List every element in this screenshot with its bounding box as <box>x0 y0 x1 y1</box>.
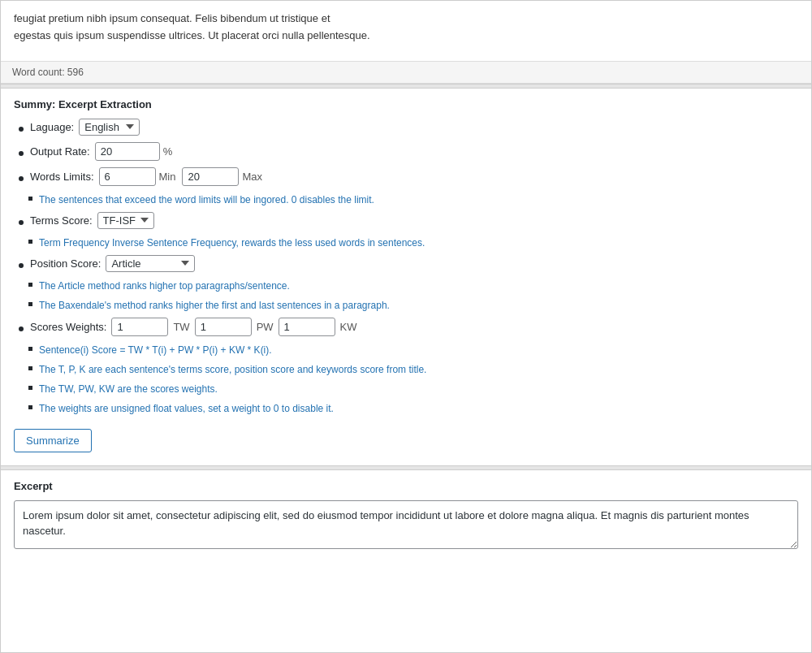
bullet-score-info1 <box>28 366 32 370</box>
score-info3-row: The weights are unsigned float values, s… <box>14 401 798 416</box>
terms-score-select[interactable]: TF-ISF TF-IDF None <box>97 212 154 229</box>
words-limits-info-row: The sentences that exceed the word limit… <box>14 192 798 207</box>
bullet-terms-info <box>28 240 32 244</box>
scores-weights-kw-input[interactable] <box>279 318 335 336</box>
bullet-terms-score <box>19 220 24 225</box>
language-label: Laguage: <box>30 121 74 133</box>
terms-score-label: Terms Score: <box>30 214 93 227</box>
bullet-score-info3 <box>28 405 32 409</box>
position-score-label: Position Score: <box>30 257 101 270</box>
bullet-words-limits <box>19 176 24 181</box>
excerpt-textarea[interactable]: Lorem ipsum dolor sit amet, consectetur … <box>14 500 798 549</box>
score-info3: The weights are unsigned float values, s… <box>39 401 334 416</box>
score-formula: Sentence(i) Score = TW * T(i) + PW * P(i… <box>39 343 272 357</box>
summy-section: Summy: Excerpt Extraction Laguage: Engli… <box>1 89 811 465</box>
tw-label: TW <box>173 321 189 333</box>
word-count-label: Word count: 596 <box>12 67 84 78</box>
scores-weights-pw-input[interactable] <box>195 318 252 336</box>
kw-label: KW <box>340 321 357 333</box>
words-limits-min-label: Min <box>159 171 176 183</box>
words-limits-min-input[interactable] <box>99 167 156 186</box>
scores-weights-label: Scores Weights: <box>30 321 106 333</box>
position-score-info1-row: The Article method ranks higher top para… <box>14 279 798 293</box>
bullet-language <box>19 127 24 132</box>
score-info2-row: The TW, PW, KW are the scores weights. <box>14 382 798 396</box>
bullet-position-info2 <box>28 302 32 306</box>
excerpt-title: Excerpt <box>14 480 798 492</box>
terms-score-info: Term Frequency Inverse Sentence Frequenc… <box>39 236 425 250</box>
language-row: Laguage: English French Spanish German <box>14 119 798 136</box>
bullet-position-info1 <box>28 283 32 287</box>
words-limits-max-input[interactable] <box>182 167 239 186</box>
words-limits-max-label: Max <box>242 171 262 183</box>
top-text-section: feugiat pretium nibh ipsum consequat. Fe… <box>1 1 811 61</box>
score-info1-row: The T, P, K are each sentence's terms sc… <box>14 362 798 377</box>
pw-label: PW <box>257 321 274 333</box>
bullet-scores-weights <box>19 326 24 331</box>
score-info2: The TW, PW, KW are the scores weights. <box>39 382 218 396</box>
bullet-score-formula <box>28 347 32 351</box>
terms-score-info-row: Term Frequency Inverse Sentence Frequenc… <box>14 236 798 250</box>
summy-title: Summy: Excerpt Extraction <box>14 98 798 110</box>
word-count-bar: Word count: 596 <box>1 61 811 84</box>
position-score-select[interactable]: Article Baxendale None <box>106 255 195 272</box>
words-limits-row: Words Limits: Min Max <box>14 167 798 186</box>
score-info1: The T, P, K are each sentence's terms sc… <box>39 362 426 377</box>
bullet-words-info <box>28 197 32 201</box>
position-score-info1: The Article method ranks higher top para… <box>39 279 290 293</box>
bullet-score-info2 <box>28 386 32 390</box>
bullet-position-score <box>19 263 24 268</box>
output-rate-unit: % <box>163 145 173 158</box>
summarize-button[interactable]: Summarize <box>14 429 92 452</box>
position-score-row: Position Score: Article Baxendale None <box>14 255 798 272</box>
top-text-line2: egestas quis ipsum suspendisse ultrices.… <box>14 28 798 45</box>
bullet-output-rate <box>19 151 24 156</box>
output-rate-input[interactable] <box>95 142 160 161</box>
position-score-info2: The Baxendale's method ranks higher the … <box>39 298 390 313</box>
scores-weights-tw-input[interactable] <box>111 318 168 336</box>
top-text-line1: feugiat pretium nibh ipsum consequat. Fe… <box>14 11 798 28</box>
words-limits-info: The sentences that exceed the word limit… <box>39 192 374 207</box>
words-limits-label: Words Limits: <box>30 171 94 183</box>
output-rate-row: Output Rate: % <box>14 142 798 161</box>
position-score-info2-row: The Baxendale's method ranks higher the … <box>14 298 798 313</box>
excerpt-section: Excerpt Lorem ipsum dolor sit amet, cons… <box>1 470 811 564</box>
score-formula-row: Sentence(i) Score = TW * T(i) + PW * P(i… <box>14 343 798 357</box>
terms-score-row: Terms Score: TF-ISF TF-IDF None <box>14 212 798 229</box>
language-select[interactable]: English French Spanish German <box>79 119 140 136</box>
output-rate-label: Output Rate: <box>30 145 90 158</box>
scores-weights-row: Scores Weights: TW PW KW <box>14 318 798 336</box>
